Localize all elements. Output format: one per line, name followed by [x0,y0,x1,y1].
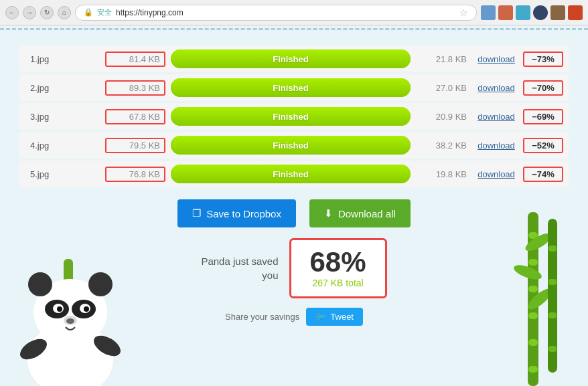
file-new-size: 19.8 KB [416,169,469,179]
download-link[interactable]: download [469,140,523,151]
svg-rect-20 [528,259,538,266]
svg-rect-30 [548,279,557,285]
star-icon[interactable]: ☆ [459,7,468,18]
ext-icon-4[interactable] [533,5,548,20]
file-orig-size: 79.5 KB [105,138,165,153]
top-decoration [0,28,588,36]
file-name: 1.jpg [25,54,105,64]
file-name: 4.jpg [25,140,105,151]
save-dropbox-label: Save to Dropbox [206,208,281,219]
bamboo-decoration [494,212,588,386]
svg-rect-32 [548,346,557,352]
progress-label: Finished [273,54,308,64]
file-orig-size: 67.8 KB [105,109,165,124]
progress-bar: Finished [171,107,411,126]
tweet-label: Tweet [330,312,354,322]
address-bar[interactable]: 🔒 安全 https://tinypng.com ☆ [75,5,477,21]
table-row: 5.jpg 76.8 KB Finished 19.8 KB download … [19,161,569,187]
download-link[interactable]: download [469,112,523,122]
file-new-size: 38.2 KB [416,140,469,151]
svg-rect-31 [548,312,557,318]
svg-rect-29 [548,246,557,252]
svg-rect-21 [528,286,538,292]
ext-icon-1[interactable] [481,5,496,20]
file-new-size: 21.8 KB [416,54,469,64]
svg-point-13 [66,318,74,324]
forward-button[interactable]: → [23,6,36,19]
tweet-icon: 🐦 [315,312,326,322]
savings-percentage: −70% [523,80,563,96]
svg-point-10 [57,306,62,312]
secure-label: 安全 [97,7,112,17]
refresh-button[interactable]: ↻ [40,6,54,19]
download-all-button[interactable]: ⬇ Download all [309,199,411,227]
progress-label: Finished [273,140,308,151]
download-link[interactable]: download [469,169,523,179]
dropbox-icon: ❐ [192,207,201,219]
file-new-size: 27.0 KB [416,83,469,93]
progress-bar: Finished [171,78,411,97]
progress-label: Finished [273,112,308,122]
home-button[interactable]: ⌂ [58,6,71,19]
save-to-dropbox-button[interactable]: ❐ Save to Dropbox [177,199,296,227]
summary-percentage: 68% [310,248,366,276]
progress-bar: Finished [171,50,411,68]
panda-saved-line2: you [262,270,278,281]
progress-label: Finished [273,169,308,179]
file-orig-size: 81.4 KB [105,52,165,67]
page-content: 1.jpg 81.4 KB Finished 21.8 KB download … [0,25,588,386]
svg-rect-24 [528,366,538,373]
file-name: 3.jpg [25,112,105,122]
ext-icon-6[interactable] [568,5,583,20]
savings-percentage: −52% [523,138,563,153]
download-link[interactable]: download [469,54,523,64]
file-orig-size: 89.3 KB [105,80,165,96]
svg-rect-22 [528,312,538,319]
table-row: 3.jpg 67.8 KB Finished 20.9 KB download … [19,103,569,130]
panda-image [0,246,147,386]
table-row: 4.jpg 79.5 KB Finished 38.2 KB download … [19,132,569,159]
progress-bar: Finished [171,165,411,183]
files-table: 1.jpg 81.4 KB Finished 21.8 KB download … [19,45,569,187]
svg-point-15 [88,272,113,296]
summary-text: Panda just saved you [201,254,278,282]
svg-point-14 [28,272,52,296]
file-name: 5.jpg [25,169,105,179]
tweet-button[interactable]: 🐦 Tweet [306,308,363,326]
file-name: 2.jpg [25,83,105,93]
savings-percentage: −73% [523,52,563,67]
svg-rect-23 [528,339,538,346]
share-label: Share your savings [225,312,299,322]
table-row: 1.jpg 81.4 KB Finished 21.8 KB download … [19,45,569,72]
panda-saved-line1: Panda just saved [201,256,278,267]
back-button[interactable]: ← [5,6,19,19]
summary-box: 68% 267 KB total [289,238,387,298]
toolbar-icons [481,5,583,20]
ext-icon-3[interactable] [516,5,530,20]
download-link[interactable]: download [469,83,523,93]
savings-percentage: −69% [523,109,563,124]
url-text: https://tinypng.com [116,8,183,17]
ext-icon-5[interactable] [550,5,565,20]
download-all-label: Download all [338,208,396,219]
download-all-icon: ⬇ [324,207,333,219]
progress-bar: Finished [171,136,411,155]
file-new-size: 20.9 KB [416,112,469,122]
progress-label: Finished [273,83,308,93]
savings-percentage: −74% [523,167,563,182]
browser-chrome: ← → ↻ ⌂ 🔒 安全 https://tinypng.com ☆ [0,0,588,25]
lock-icon: 🔒 [84,8,93,17]
summary-kb-total: 267 KB total [310,278,366,288]
table-row: 2.jpg 89.3 KB Finished 27.0 KB download … [19,74,569,101]
ext-icon-2[interactable] [498,5,513,20]
svg-point-11 [84,306,89,312]
file-orig-size: 76.8 KB [105,167,165,182]
